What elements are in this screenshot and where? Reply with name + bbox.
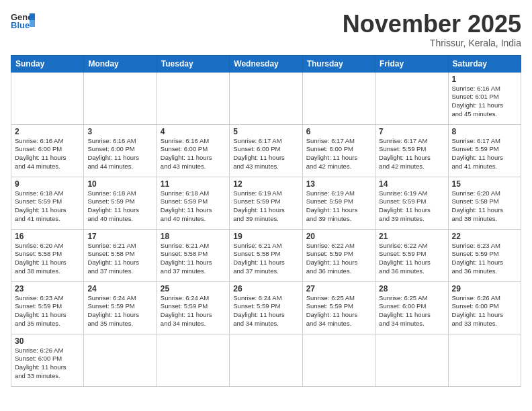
col-header-saturday: Saturday — [448, 55, 521, 72]
day-info: Sunrise: 6:21 AM Sunset: 5:58 PM Dayligh… — [233, 242, 298, 276]
day-cell: 23Sunrise: 6:23 AM Sunset: 5:59 PM Dayli… — [11, 281, 84, 334]
logo-icon: General Blue — [11, 11, 35, 30]
week-row-2: 9Sunrise: 6:18 AM Sunset: 5:59 PM Daylig… — [11, 177, 521, 229]
header: General Blue November 2025 Thrissur, Ker… — [11, 11, 521, 48]
day-info: Sunrise: 6:21 AM Sunset: 5:58 PM Dayligh… — [161, 242, 226, 276]
week-row-0: 1Sunrise: 6:16 AM Sunset: 6:01 PM Daylig… — [11, 72, 521, 124]
day-number: 6 — [306, 127, 371, 136]
day-cell: 10Sunrise: 6:18 AM Sunset: 5:59 PM Dayli… — [84, 177, 157, 229]
day-cell — [84, 334, 157, 386]
day-number: 18 — [161, 232, 226, 241]
day-info: Sunrise: 6:17 AM Sunset: 6:00 PM Dayligh… — [233, 137, 298, 171]
day-number: 28 — [379, 284, 444, 293]
day-number: 7 — [379, 127, 444, 136]
day-number: 27 — [306, 284, 371, 293]
day-number: 25 — [161, 284, 226, 293]
day-cell — [302, 334, 375, 386]
day-number: 21 — [379, 232, 444, 241]
svg-marker-3 — [30, 20, 35, 27]
location: Thrissur, Kerala, India — [343, 38, 521, 48]
page: General Blue November 2025 Thrissur, Ker… — [0, 0, 532, 411]
day-number: 11 — [161, 179, 226, 189]
col-header-friday: Friday — [375, 55, 448, 72]
col-header-sunday: Sunday — [11, 55, 84, 72]
day-cell: 13Sunrise: 6:19 AM Sunset: 5:59 PM Dayli… — [302, 177, 375, 229]
day-cell: 12Sunrise: 6:19 AM Sunset: 5:59 PM Dayli… — [230, 177, 302, 229]
day-cell: 20Sunrise: 6:22 AM Sunset: 5:59 PM Dayli… — [302, 229, 375, 281]
col-header-monday: Monday — [84, 55, 157, 72]
calendar-header-row: SundayMondayTuesdayWednesdayThursdayFrid… — [11, 55, 521, 72]
day-info: Sunrise: 6:24 AM Sunset: 5:59 PM Dayligh… — [161, 294, 226, 328]
day-info: Sunrise: 6:19 AM Sunset: 5:59 PM Dayligh… — [233, 189, 298, 224]
day-cell: 19Sunrise: 6:21 AM Sunset: 5:58 PM Dayli… — [230, 229, 302, 281]
calendar: SundayMondayTuesdayWednesdayThursdayFrid… — [11, 55, 521, 387]
day-cell: 9Sunrise: 6:18 AM Sunset: 5:59 PM Daylig… — [11, 177, 84, 229]
day-info: Sunrise: 6:18 AM Sunset: 5:59 PM Dayligh… — [87, 189, 152, 224]
day-cell — [230, 334, 302, 386]
day-cell: 16Sunrise: 6:20 AM Sunset: 5:58 PM Dayli… — [11, 229, 84, 281]
day-number: 1 — [452, 75, 517, 84]
day-info: Sunrise: 6:17 AM Sunset: 5:59 PM Dayligh… — [379, 137, 444, 171]
day-info: Sunrise: 6:16 AM Sunset: 6:00 PM Dayligh… — [161, 137, 226, 171]
day-number: 5 — [233, 127, 298, 136]
day-cell — [84, 72, 157, 124]
day-number: 30 — [15, 336, 80, 346]
day-cell: 25Sunrise: 6:24 AM Sunset: 5:59 PM Dayli… — [157, 281, 229, 334]
day-info: Sunrise: 6:19 AM Sunset: 5:59 PM Dayligh… — [379, 189, 444, 224]
day-number: 17 — [87, 232, 152, 241]
day-number: 4 — [161, 127, 226, 136]
day-number: 8 — [452, 127, 517, 136]
day-cell — [11, 72, 84, 124]
logo: General Blue — [11, 11, 35, 30]
day-number: 9 — [15, 179, 80, 189]
day-cell: 30Sunrise: 6:26 AM Sunset: 6:00 PM Dayli… — [11, 334, 84, 386]
day-cell: 2Sunrise: 6:16 AM Sunset: 6:00 PM Daylig… — [11, 124, 84, 177]
day-cell: 4Sunrise: 6:16 AM Sunset: 6:00 PM Daylig… — [157, 124, 229, 177]
day-number: 13 — [306, 179, 371, 189]
day-cell: 28Sunrise: 6:25 AM Sunset: 6:00 PM Dayli… — [375, 281, 448, 334]
day-number: 10 — [87, 179, 152, 189]
day-number: 24 — [87, 284, 152, 293]
day-number: 14 — [379, 179, 444, 189]
week-row-4: 23Sunrise: 6:23 AM Sunset: 5:59 PM Dayli… — [11, 281, 521, 334]
day-cell — [375, 334, 448, 386]
day-cell — [302, 72, 375, 124]
day-number: 15 — [452, 179, 517, 189]
day-info: Sunrise: 6:26 AM Sunset: 6:00 PM Dayligh… — [452, 294, 517, 328]
day-info: Sunrise: 6:23 AM Sunset: 5:59 PM Dayligh… — [452, 242, 517, 276]
day-info: Sunrise: 6:24 AM Sunset: 5:59 PM Dayligh… — [233, 294, 298, 328]
day-cell: 17Sunrise: 6:21 AM Sunset: 5:58 PM Dayli… — [84, 229, 157, 281]
day-cell: 24Sunrise: 6:24 AM Sunset: 5:59 PM Dayli… — [84, 281, 157, 334]
day-info: Sunrise: 6:16 AM Sunset: 6:00 PM Dayligh… — [87, 137, 152, 171]
day-number: 22 — [452, 232, 517, 241]
day-cell: 22Sunrise: 6:23 AM Sunset: 5:59 PM Dayli… — [448, 229, 521, 281]
day-cell — [448, 334, 521, 386]
day-cell: 18Sunrise: 6:21 AM Sunset: 5:58 PM Dayli… — [157, 229, 229, 281]
day-cell: 27Sunrise: 6:25 AM Sunset: 5:59 PM Dayli… — [302, 281, 375, 334]
day-number: 12 — [233, 179, 298, 189]
week-row-5: 30Sunrise: 6:26 AM Sunset: 6:00 PM Dayli… — [11, 334, 521, 386]
day-info: Sunrise: 6:16 AM Sunset: 6:01 PM Dayligh… — [452, 85, 517, 119]
day-info: Sunrise: 6:20 AM Sunset: 5:58 PM Dayligh… — [15, 242, 80, 276]
day-info: Sunrise: 6:25 AM Sunset: 5:59 PM Dayligh… — [306, 294, 371, 328]
day-number: 23 — [15, 284, 80, 293]
day-info: Sunrise: 6:18 AM Sunset: 5:59 PM Dayligh… — [161, 189, 226, 224]
day-cell — [157, 334, 229, 386]
day-cell: 11Sunrise: 6:18 AM Sunset: 5:59 PM Dayli… — [157, 177, 229, 229]
day-info: Sunrise: 6:17 AM Sunset: 6:00 PM Dayligh… — [306, 137, 371, 171]
week-row-3: 16Sunrise: 6:20 AM Sunset: 5:58 PM Dayli… — [11, 229, 521, 281]
col-header-tuesday: Tuesday — [157, 55, 229, 72]
day-cell — [157, 72, 229, 124]
day-cell: 26Sunrise: 6:24 AM Sunset: 5:59 PM Dayli… — [230, 281, 302, 334]
day-info: Sunrise: 6:16 AM Sunset: 6:00 PM Dayligh… — [15, 137, 80, 171]
day-cell — [230, 72, 302, 124]
day-info: Sunrise: 6:25 AM Sunset: 6:00 PM Dayligh… — [379, 294, 444, 328]
day-number: 26 — [233, 284, 298, 293]
month-title: November 2025 — [343, 11, 521, 38]
col-header-wednesday: Wednesday — [230, 55, 302, 72]
day-info: Sunrise: 6:23 AM Sunset: 5:59 PM Dayligh… — [15, 294, 80, 328]
day-cell — [375, 72, 448, 124]
col-header-thursday: Thursday — [302, 55, 375, 72]
week-row-1: 2Sunrise: 6:16 AM Sunset: 6:00 PM Daylig… — [11, 124, 521, 177]
day-cell: 7Sunrise: 6:17 AM Sunset: 5:59 PM Daylig… — [375, 124, 448, 177]
